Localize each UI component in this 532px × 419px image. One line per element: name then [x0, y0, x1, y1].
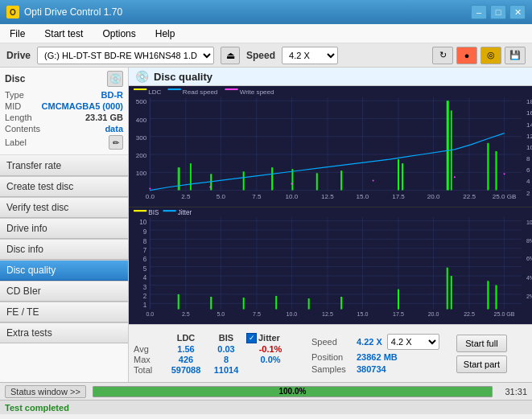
- close-button[interactable]: ✕: [509, 5, 526, 19]
- disc-icon2-button[interactable]: ◎: [480, 47, 501, 64]
- svg-text:7.5: 7.5: [252, 193, 262, 200]
- svg-rect-1: [134, 88, 146, 90]
- svg-rect-56: [340, 170, 342, 190]
- jitter-checkbox[interactable]: ✓: [246, 333, 257, 343]
- svg-text:0.0: 0.0: [146, 193, 155, 200]
- app-title: Opti Drive Control 1.70: [24, 6, 122, 18]
- eject-button[interactable]: ⏏: [221, 47, 240, 64]
- progress-container: 100.0%: [93, 386, 493, 397]
- menu-help[interactable]: Help: [149, 27, 182, 41]
- svg-text:20.0: 20.0: [427, 193, 440, 200]
- svg-rect-124: [275, 296, 277, 310]
- sidebar-item-create-test-disc[interactable]: Create test disc: [0, 176, 128, 197]
- disc-contents-label: Contents: [5, 124, 40, 134]
- drive-select[interactable]: (G:) HL-DT-ST BD-RE WH16NS48 1.D3: [37, 47, 214, 64]
- refresh-drive-button[interactable]: ↻: [432, 47, 453, 64]
- svg-text:2%: 2%: [526, 294, 532, 300]
- svg-point-65: [291, 183, 292, 184]
- svg-text:400: 400: [136, 117, 147, 124]
- svg-rect-69: [129, 207, 532, 324]
- sidebar-item-extra-tests[interactable]: Extra tests: [0, 322, 128, 343]
- save-button[interactable]: 💾: [505, 47, 526, 64]
- disc-type-row: Type BD-R: [5, 90, 123, 100]
- top-chart-svg: LDC Read speed Write speed 500 400 300 2…: [129, 86, 532, 207]
- max-ldc: 426: [166, 355, 206, 364]
- drive-bar: Drive (G:) HL-DT-ST BD-RE WH16NS48 1.D3 …: [0, 43, 532, 68]
- svg-point-67: [454, 176, 456, 178]
- speed-value: 4.22 X: [357, 337, 382, 347]
- sidebar-item-disc-quality[interactable]: Disc quality: [0, 260, 128, 281]
- disc-quality-icon: 💿: [135, 70, 149, 83]
- sidebar-item-verify-test-disc[interactable]: Verify test disc: [0, 197, 128, 218]
- svg-text:Write speed: Write speed: [240, 88, 274, 96]
- svg-text:Read speed: Read speed: [183, 88, 218, 96]
- svg-text:0.0: 0.0: [146, 311, 154, 318]
- max-label: Max: [134, 355, 166, 364]
- disc-contents-row: Contents data: [5, 124, 123, 134]
- total-label: Total: [134, 365, 166, 375]
- total-jitter: [246, 365, 295, 375]
- svg-text:8%: 8%: [526, 237, 532, 244]
- svg-rect-3: [168, 88, 181, 90]
- speed-select-stats[interactable]: 4.2 X: [387, 334, 439, 350]
- maximize-button[interactable]: □: [490, 5, 506, 19]
- label-edit-button[interactable]: ✏: [109, 135, 123, 150]
- svg-rect-0: [129, 86, 532, 207]
- svg-rect-57: [447, 101, 449, 190]
- svg-text:17.5: 17.5: [392, 193, 405, 200]
- samples-value: 380734: [357, 364, 386, 374]
- progress-text: 100.0%: [93, 387, 492, 396]
- svg-text:10%: 10%: [526, 219, 532, 225]
- disc-type-value: BD-R: [101, 90, 124, 100]
- sidebar-item-disc-info[interactable]: Disc info: [0, 239, 128, 260]
- menu-start-test[interactable]: Start test: [38, 27, 89, 41]
- menu-options[interactable]: Options: [96, 27, 142, 41]
- sidebar-item-transfer-rate[interactable]: Transfer rate: [0, 155, 128, 176]
- svg-text:12.5: 12.5: [321, 193, 334, 200]
- svg-text:5.0: 5.0: [217, 193, 226, 200]
- speed-key: Speed: [311, 337, 352, 347]
- disc-info-panel: Disc 💿 Type BD-R MID CMCMAGBA5 (000) Len…: [0, 68, 128, 155]
- svg-text:14 X: 14 X: [526, 121, 532, 129]
- svg-rect-128: [451, 276, 452, 309]
- svg-rect-129: [398, 289, 399, 309]
- speed-label: Speed: [246, 50, 275, 61]
- minimize-button[interactable]: –: [471, 5, 487, 19]
- svg-text:300: 300: [136, 134, 147, 142]
- status-window-button[interactable]: Status window >>: [5, 385, 86, 398]
- svg-rect-121: [178, 294, 179, 310]
- max-bis: 8: [206, 355, 246, 364]
- svg-text:6: 6: [143, 256, 147, 263]
- disc-image-icon[interactable]: 💿: [107, 71, 123, 87]
- svg-text:2.5: 2.5: [181, 193, 191, 200]
- speed-select[interactable]: 4.2 X: [282, 47, 338, 64]
- disc-icon-button[interactable]: ●: [456, 47, 477, 64]
- svg-point-68: [504, 173, 505, 175]
- disc-label-row: Label ✏: [5, 135, 123, 150]
- top-chart: LDC Read speed Write speed 500 400 300 2…: [129, 86, 532, 207]
- svg-text:25.0 GB: 25.0 GB: [494, 311, 515, 318]
- bottom-chart-svg: BIS Jitter 10 9 8 7 6 5 4 3 2 1 10% 8: [129, 207, 532, 324]
- position-key: Position: [311, 352, 352, 362]
- svg-text:15.0: 15.0: [357, 193, 369, 200]
- sidebar-item-drive-info[interactable]: Drive info: [0, 218, 128, 239]
- menu-bar: File Start test Options Help: [0, 24, 532, 43]
- start-full-button[interactable]: Start full: [456, 335, 507, 352]
- svg-rect-126: [340, 297, 342, 310]
- sidebar-item-fe-te[interactable]: FE / TE: [0, 302, 128, 322]
- sidebar-item-cd-bier[interactable]: CD BIer: [0, 281, 128, 302]
- avg-jitter: -0.1%: [246, 344, 295, 354]
- svg-text:10.0: 10.0: [286, 193, 299, 200]
- svg-text:15.0: 15.0: [357, 311, 369, 318]
- samples-key: Samples: [311, 364, 352, 374]
- menu-file[interactable]: File: [3, 27, 31, 41]
- svg-text:2.5: 2.5: [182, 311, 190, 318]
- svg-text:10 X: 10 X: [526, 144, 532, 151]
- svg-text:20.0: 20.0: [428, 311, 439, 318]
- svg-rect-53: [271, 167, 273, 190]
- start-part-button[interactable]: Start part: [456, 355, 507, 373]
- svg-text:LDC: LDC: [148, 88, 161, 96]
- svg-rect-122: [210, 297, 212, 310]
- svg-text:12.5: 12.5: [322, 311, 333, 318]
- svg-text:1: 1: [143, 302, 147, 309]
